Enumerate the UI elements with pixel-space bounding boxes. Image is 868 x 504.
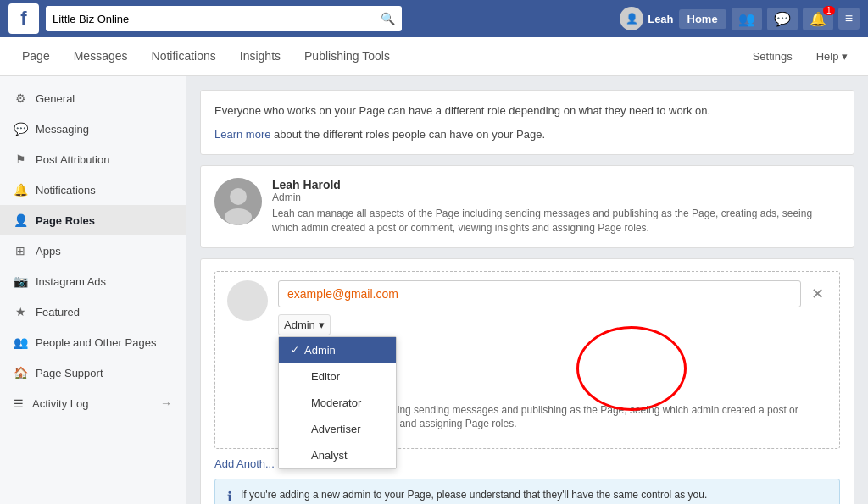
home-icon: 🏠 xyxy=(14,366,27,379)
home-button[interactable]: Home xyxy=(679,9,726,29)
role-input-row: ✕ xyxy=(278,280,827,307)
sidebar-label-apps: Apps xyxy=(36,245,61,258)
main-layout: ⚙ General 💬 Messaging ⚑ Post Attribution… xyxy=(0,76,868,504)
tab-notifications[interactable]: Notifications xyxy=(140,37,228,76)
role-dropdown-menu: ✓ Admin Editor Moderator xyxy=(278,336,397,469)
star-icon: ★ xyxy=(14,305,27,318)
chat-icon: 💬 xyxy=(14,122,27,136)
camera-icon: 📷 xyxy=(14,274,27,288)
role-option-advertiser-label: Advertiser xyxy=(311,423,361,435)
people-icon: 👥 xyxy=(14,335,27,349)
user-menu[interactable]: 👤 Leah xyxy=(620,7,673,30)
intro-text: Everyone who works on your Page can have… xyxy=(214,102,840,119)
page-tabs-bar: Page Messages Notifications Insights Pub… xyxy=(0,37,868,76)
sidebar-label-messaging: Messaging xyxy=(36,123,89,136)
search-input[interactable] xyxy=(53,13,381,25)
close-button[interactable]: ✕ xyxy=(808,281,827,307)
email-input[interactable] xyxy=(278,280,801,307)
tab-messages[interactable]: Messages xyxy=(62,37,140,76)
gear-icon: ⚙ xyxy=(14,91,27,105)
sidebar-item-apps[interactable]: ⊞ Apps xyxy=(0,235,186,266)
user-name-label: Leah Harold xyxy=(272,178,840,191)
notifications-icon-button[interactable]: 🔔 1 xyxy=(803,8,833,30)
bell-icon: 🔔 xyxy=(14,183,27,197)
sidebar-item-general[interactable]: ⚙ General xyxy=(0,83,186,114)
add-person-box: ✕ Admin ▾ ✓ Admin xyxy=(214,271,840,450)
intro-card: Everyone who works on your Page can have… xyxy=(200,90,854,155)
add-another-link[interactable]: Add Anoth... xyxy=(214,457,275,470)
chevron-down-icon: ▾ xyxy=(319,318,325,331)
top-navigation: f 🔍 👤 Leah Home 👥 💬 🔔 1 ≡ xyxy=(0,0,868,37)
user-description: Leah can manage all aspects of the Page … xyxy=(272,207,840,235)
add-person-avatar xyxy=(227,280,268,321)
avatar: 👤 xyxy=(620,7,643,30)
sidebar-item-post-attribution[interactable]: ⚑ Post Attribution xyxy=(0,144,186,174)
list-icon: ☰ xyxy=(14,397,24,410)
sidebar-label-people-other-pages: People and Other Pages xyxy=(36,336,156,349)
sidebar-label-instagram-ads: Instagram Ads xyxy=(36,275,106,288)
sidebar-label-general: General xyxy=(36,92,75,105)
tab-insights[interactable]: Insights xyxy=(228,37,292,76)
search-bar[interactable]: 🔍 xyxy=(46,6,402,31)
add-person-content: ✕ Admin ▾ ✓ Admin xyxy=(278,280,827,440)
role-dropdown-current: Admin xyxy=(284,318,315,331)
role-option-advertiser[interactable]: Advertiser xyxy=(279,416,396,442)
svg-point-2 xyxy=(225,208,252,225)
sidebar-item-people-other-pages[interactable]: 👥 People and Other Pages xyxy=(0,327,186,357)
tab-right-actions: Settings Help ▾ xyxy=(743,37,858,75)
sidebar-label-page-support: Page Support xyxy=(36,367,103,379)
role-option-admin[interactable]: ✓ Admin xyxy=(279,337,396,363)
role-selector-wrapper: Admin ▾ ✓ Admin Editor xyxy=(278,314,331,335)
role-option-analyst[interactable]: Analyst xyxy=(279,442,396,468)
sidebar-label-notifications: Notifications xyxy=(36,184,96,197)
settings-tab-button[interactable]: Settings xyxy=(743,45,803,68)
sidebar: ⚙ General 💬 Messaging ⚑ Post Attribution… xyxy=(0,76,186,504)
role-dropdown-trigger[interactable]: Admin ▾ xyxy=(278,314,331,335)
info-box-text: If you're adding a new admin to your Pag… xyxy=(241,488,707,504)
role-option-moderator[interactable]: Moderator xyxy=(279,390,396,416)
arrow-icon: → xyxy=(160,396,172,410)
messages-icon-button[interactable]: 💬 xyxy=(767,8,798,30)
learn-more-link[interactable]: Learn more xyxy=(214,128,270,141)
tab-publishing-tools[interactable]: Publishing Tools xyxy=(292,37,402,76)
role-option-admin-label: Admin xyxy=(304,344,336,357)
settings-icon-button[interactable]: ≡ xyxy=(838,8,860,30)
sidebar-label-featured: Featured xyxy=(36,306,80,318)
role-option-analyst-label: Analyst xyxy=(311,449,348,462)
sidebar-item-page-support[interactable]: 🏠 Page Support xyxy=(0,357,186,388)
info-icon: ℹ xyxy=(227,488,232,504)
checkmark-icon: ✓ xyxy=(291,344,299,356)
role-option-moderator-label: Moderator xyxy=(311,396,361,409)
user-role-card: Leah Harold Admin Leah can manage all as… xyxy=(200,165,854,248)
sidebar-label-activity-log: Activity Log xyxy=(32,397,88,410)
sidebar-item-activity-log[interactable]: ☰ Activity Log → xyxy=(0,388,186,418)
sidebar-item-messaging[interactable]: 💬 Messaging xyxy=(0,114,186,144)
user-name: Leah xyxy=(648,13,673,25)
user-info: Leah Harold Admin Leah can manage all as… xyxy=(272,178,840,235)
apps-icon: ⊞ xyxy=(14,244,27,258)
content-area: Everyone who works on your Page can have… xyxy=(186,76,868,504)
learn-more-text: Learn more about the different roles peo… xyxy=(214,126,840,143)
role-option-editor-label: Editor xyxy=(311,370,340,383)
sidebar-item-instagram-ads[interactable]: 📷 Instagram Ads xyxy=(0,266,186,296)
flag-icon: ⚑ xyxy=(14,152,27,166)
search-icon: 🔍 xyxy=(381,12,395,25)
user-avatar xyxy=(214,178,262,225)
help-tab-button[interactable]: Help ▾ xyxy=(806,45,858,68)
info-box: ℹ If you're adding a new admin to your P… xyxy=(214,479,840,504)
tab-page[interactable]: Page xyxy=(10,37,62,76)
facebook-logo: f xyxy=(8,3,39,34)
sidebar-item-featured[interactable]: ★ Featured xyxy=(0,296,186,327)
svg-point-1 xyxy=(230,188,247,205)
person-icon: 👤 xyxy=(14,213,27,227)
sidebar-label-post-attribution: Post Attribution xyxy=(36,153,109,166)
notification-badge: 1 xyxy=(823,6,835,15)
sidebar-item-page-roles[interactable]: 👤 Page Roles xyxy=(0,205,186,235)
add-role-section: ✕ Admin ▾ ✓ Admin xyxy=(200,258,854,504)
nav-right: 👤 Leah Home 👥 💬 🔔 1 ≡ xyxy=(620,7,860,30)
user-role-label: Admin xyxy=(272,191,840,203)
sidebar-label-page-roles: Page Roles xyxy=(36,214,95,227)
friends-icon-button[interactable]: 👥 xyxy=(732,8,762,30)
sidebar-item-notifications[interactable]: 🔔 Notifications xyxy=(0,174,186,205)
role-option-editor[interactable]: Editor xyxy=(279,363,396,390)
